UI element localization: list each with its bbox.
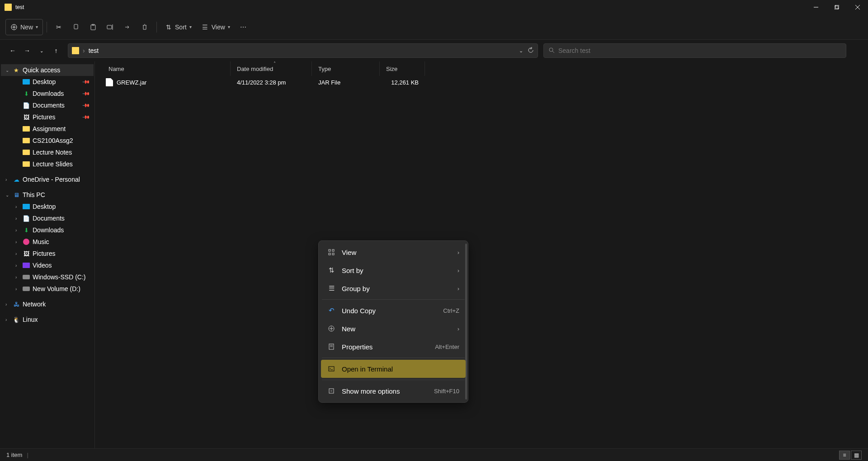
sidebar-pc-drive-d[interactable]: ›New Volume (D:) [1, 283, 94, 295]
more-button[interactable]: ⋯ [236, 19, 251, 35]
back-button[interactable]: ← [6, 44, 19, 57]
sidebar-label: Lecture Notes [33, 149, 72, 156]
sidebar-pc-pictures[interactable]: ›🖼Pictures [1, 248, 94, 259]
sort-icon: ⇅ [327, 266, 335, 274]
download-icon: ⬇ [23, 226, 30, 234]
address-bar[interactable]: › test ⌄ [68, 43, 538, 58]
sidebar-onedrive[interactable]: ›☁OneDrive - Personal [1, 174, 94, 185]
network-icon: 🖧 [13, 301, 20, 308]
chevron-right-icon: › [458, 267, 459, 274]
ctx-open-terminal[interactable]: Open in Terminal [321, 360, 466, 378]
svg-rect-18 [332, 253, 334, 255]
ctx-label: Sort by [342, 267, 363, 274]
music-icon [23, 239, 29, 245]
paste-button[interactable] [85, 19, 101, 35]
ctx-properties[interactable]: Properties Alt+Enter [321, 338, 466, 356]
star-icon: ★ [13, 66, 20, 74]
ctx-shortcut: Ctrl+Z [443, 307, 459, 314]
recent-button[interactable]: ⌄ [35, 44, 48, 57]
sidebar-network[interactable]: ›🖧Network [1, 298, 94, 310]
separator [322, 358, 465, 358]
pin-icon: 📌 [81, 89, 90, 98]
rename-button[interactable] [102, 19, 118, 35]
search-input[interactable] [558, 47, 841, 54]
svg-rect-1 [835, 6, 838, 9]
pictures-icon: 🖼 [23, 113, 30, 121]
svg-rect-9 [91, 25, 95, 30]
column-header-date[interactable]: Date modified [231, 61, 312, 76]
close-button[interactable] [847, 0, 868, 14]
properties-icon [327, 343, 335, 351]
sidebar-item-assignment[interactable]: Assignment [1, 123, 94, 135]
cut-button[interactable]: ✂ [51, 19, 67, 35]
chevron-down-icon[interactable]: ⌄ [519, 48, 523, 54]
sidebar-pc-downloads[interactable]: ›⬇Downloads [1, 224, 94, 236]
ctx-new[interactable]: New › [321, 320, 466, 338]
sidebar-item-downloads[interactable]: ⬇Downloads📌 [1, 88, 94, 99]
sidebar-label: CS2100Assg2 [33, 137, 73, 144]
share-button[interactable] [119, 19, 136, 35]
sidebar-item-desktop[interactable]: Desktop📌 [1, 76, 94, 88]
sidebar-pc-documents[interactable]: ›📄Documents [1, 212, 94, 224]
forward-button[interactable]: → [21, 44, 33, 57]
search-icon [548, 47, 555, 55]
column-header-size[interactable]: Size [380, 61, 425, 76]
sidebar-quick-access[interactable]: ⌄ ★ Quick access [1, 64, 94, 76]
details-view-toggle[interactable]: ≡ [839, 451, 850, 460]
drive-icon [23, 275, 30, 279]
sidebar-label: Desktop [33, 203, 56, 210]
ctx-group-by[interactable]: ☰ Group by › [321, 279, 466, 297]
sidebar-pc-videos[interactable]: ›Videos [1, 259, 94, 271]
pictures-icon: 🖼 [23, 250, 30, 257]
column-header-type[interactable]: Type [312, 61, 380, 76]
search-bar[interactable] [543, 43, 846, 58]
pin-icon: 📌 [81, 113, 90, 121]
ctx-show-more[interactable]: Show more options Shift+F10 [321, 382, 466, 400]
sidebar-pc-drive-c[interactable]: ›Windows-SSD (C:) [1, 271, 94, 283]
desktop-icon [23, 204, 30, 209]
new-button[interactable]: New ▾ [5, 19, 43, 35]
context-menu: View › ⇅ Sort by › ☰ Group by › ↶ Undo C… [318, 240, 468, 403]
ctx-label: Open in Terminal [342, 365, 393, 373]
file-row[interactable]: GREWZ.jar 4/11/2022 3:28 pm JAR File 12,… [95, 76, 868, 89]
sidebar-item-lecture-notes[interactable]: Lecture Notes [1, 146, 94, 158]
ctx-shortcut: Alt+Enter [435, 343, 459, 350]
sidebar-pc-music[interactable]: ›Music [1, 236, 94, 248]
sidebar-item-lecture-slides[interactable]: Lecture Slides [1, 158, 94, 170]
delete-button[interactable] [137, 19, 153, 35]
document-icon: 📄 [23, 102, 30, 109]
refresh-icon[interactable] [528, 47, 534, 55]
icons-view-toggle[interactable]: ▦ [851, 451, 862, 460]
up-button[interactable]: ↑ [50, 44, 62, 57]
download-icon: ⬇ [23, 90, 30, 97]
ctx-undo-copy[interactable]: ↶ Undo Copy Ctrl+Z [321, 301, 466, 320]
sidebar-item-pictures[interactable]: 🖼Pictures📌 [1, 111, 94, 123]
column-header-name[interactable]: Name [95, 61, 231, 76]
ctx-sort-by[interactable]: ⇅ Sort by › [321, 261, 466, 279]
separator [322, 380, 465, 380]
more-icon [327, 387, 335, 395]
monitor-icon: 🖥 [13, 191, 20, 198]
view-button[interactable]: ☰ View ▾ [197, 19, 235, 35]
file-list-area[interactable]: ˄ Name Date modified Type Size GREWZ.jar… [95, 61, 868, 448]
chevron-down-icon: ▾ [36, 24, 38, 29]
sidebar-pc-desktop[interactable]: ›Desktop [1, 201, 94, 212]
sidebar-linux[interactable]: ›🐧Linux [1, 314, 94, 325]
sidebar-label: Desktop [33, 78, 56, 85]
breadcrumb-current[interactable]: test [89, 47, 99, 54]
list-icon: ☰ [327, 284, 335, 292]
minimize-button[interactable] [806, 0, 826, 14]
maximize-button[interactable] [826, 0, 847, 14]
sidebar-this-pc[interactable]: ⌄🖥This PC [1, 189, 94, 201]
sidebar-label: Videos [33, 262, 52, 269]
column-headers: ˄ Name Date modified Type Size [95, 61, 868, 76]
sidebar-item-documents[interactable]: 📄Documents📌 [1, 99, 94, 111]
cloud-icon: ☁ [13, 176, 20, 183]
sort-button[interactable]: ⇅ Sort ▾ [160, 19, 196, 35]
sidebar: ⌄ ★ Quick access Desktop📌 ⬇Downloads📌 📄D… [0, 61, 95, 448]
copy-button[interactable] [68, 19, 84, 35]
ctx-shortcut: Shift+F10 [434, 388, 459, 395]
sidebar-item-cs2100[interactable]: CS2100Assg2 [1, 135, 94, 146]
ctx-view[interactable]: View › [321, 243, 466, 261]
new-label: New [20, 24, 33, 31]
